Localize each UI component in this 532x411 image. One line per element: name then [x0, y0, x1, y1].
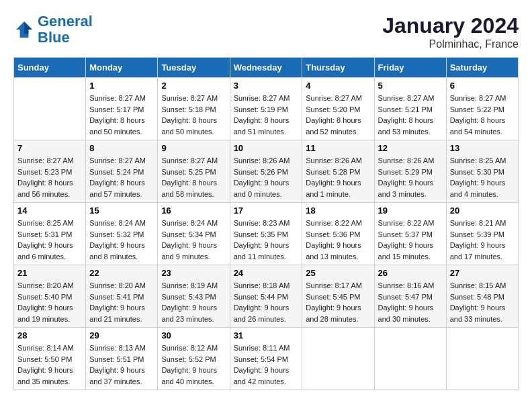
day-number: 1	[89, 81, 154, 91]
calendar-cell: 24Sunrise: 8:18 AMSunset: 5:44 PMDayligh…	[230, 265, 302, 328]
day-info: Sunrise: 8:27 AMSunset: 5:19 PMDaylight:…	[234, 93, 299, 137]
day-info: Sunrise: 8:19 AMSunset: 5:43 PMDaylight:…	[161, 280, 226, 324]
day-number: 20	[450, 205, 515, 216]
logo-line2: Blue	[38, 29, 70, 46]
title-block: January 2024 Polminhac, France	[382, 13, 519, 50]
weekday-header-wednesday: Wednesday	[230, 58, 302, 78]
weekday-header-thursday: Thursday	[302, 58, 374, 78]
calendar-cell: 6Sunrise: 8:27 AMSunset: 5:22 PMDaylight…	[446, 78, 518, 140]
day-info: Sunrise: 8:27 AMSunset: 5:24 PMDaylight:…	[89, 155, 154, 199]
day-number: 18	[306, 205, 370, 216]
day-info: Sunrise: 8:12 AMSunset: 5:52 PMDaylight:…	[161, 342, 226, 387]
day-number: 28	[17, 330, 82, 340]
day-info: Sunrise: 8:20 AMSunset: 5:41 PMDaylight:…	[89, 280, 154, 324]
day-number: 17	[234, 205, 299, 216]
calendar-cell: 13Sunrise: 8:25 AMSunset: 5:30 PMDayligh…	[446, 140, 518, 203]
day-number: 25	[306, 268, 370, 278]
calendar-week-3: 14Sunrise: 8:25 AMSunset: 5:31 PMDayligh…	[14, 203, 519, 265]
day-number: 5	[378, 81, 443, 91]
calendar-cell: 7Sunrise: 8:27 AMSunset: 5:23 PMDaylight…	[14, 140, 86, 203]
day-number: 29	[89, 330, 154, 340]
calendar-cell: 20Sunrise: 8:21 AMSunset: 5:39 PMDayligh…	[446, 203, 518, 265]
calendar-cell: 9Sunrise: 8:27 AMSunset: 5:25 PMDaylight…	[158, 140, 230, 203]
weekday-header-monday: Monday	[86, 58, 158, 78]
calendar-cell: 5Sunrise: 8:27 AMSunset: 5:21 PMDaylight…	[374, 78, 446, 140]
day-number: 2	[161, 81, 226, 91]
day-info: Sunrise: 8:14 AMSunset: 5:50 PMDaylight:…	[17, 342, 82, 387]
calendar-cell	[14, 78, 86, 140]
calendar-cell: 15Sunrise: 8:24 AMSunset: 5:32 PMDayligh…	[86, 203, 158, 265]
calendar-cell: 25Sunrise: 8:17 AMSunset: 5:45 PMDayligh…	[302, 265, 374, 328]
day-number: 4	[306, 81, 370, 91]
calendar-week-5: 28Sunrise: 8:14 AMSunset: 5:50 PMDayligh…	[14, 328, 519, 390]
day-number: 15	[89, 205, 154, 216]
day-info: Sunrise: 8:26 AMSunset: 5:29 PMDaylight:…	[378, 155, 443, 199]
calendar-cell: 8Sunrise: 8:27 AMSunset: 5:24 PMDaylight…	[86, 140, 158, 203]
calendar-cell	[374, 328, 446, 390]
day-number: 22	[89, 268, 154, 278]
day-info: Sunrise: 8:17 AMSunset: 5:45 PMDaylight:…	[306, 280, 370, 324]
day-info: Sunrise: 8:22 AMSunset: 5:37 PMDaylight:…	[378, 218, 443, 262]
day-info: Sunrise: 8:27 AMSunset: 5:20 PMDaylight:…	[306, 93, 370, 137]
calendar-cell: 28Sunrise: 8:14 AMSunset: 5:50 PMDayligh…	[14, 328, 86, 390]
calendar-cell: 30Sunrise: 8:12 AMSunset: 5:52 PMDayligh…	[158, 328, 230, 390]
day-info: Sunrise: 8:15 AMSunset: 5:48 PMDaylight:…	[450, 280, 515, 324]
day-number: 9	[161, 143, 226, 153]
calendar-cell: 1Sunrise: 8:27 AMSunset: 5:17 PMDaylight…	[86, 78, 158, 140]
day-number: 26	[378, 268, 443, 278]
day-info: Sunrise: 8:25 AMSunset: 5:30 PMDaylight:…	[450, 155, 515, 199]
calendar-cell: 31Sunrise: 8:11 AMSunset: 5:54 PMDayligh…	[230, 328, 302, 390]
day-info: Sunrise: 8:23 AMSunset: 5:35 PMDaylight:…	[234, 218, 299, 262]
calendar-cell: 29Sunrise: 8:13 AMSunset: 5:51 PMDayligh…	[86, 328, 158, 390]
day-number: 30	[161, 330, 226, 340]
day-info: Sunrise: 8:16 AMSunset: 5:47 PMDaylight:…	[378, 280, 443, 324]
day-info: Sunrise: 8:11 AMSunset: 5:54 PMDaylight:…	[234, 342, 299, 387]
day-number: 21	[17, 268, 82, 278]
weekday-header-friday: Friday	[374, 58, 446, 78]
day-number: 12	[378, 143, 443, 153]
day-number: 23	[161, 268, 226, 278]
calendar-cell: 11Sunrise: 8:26 AMSunset: 5:28 PMDayligh…	[302, 140, 374, 203]
calendar-cell: 18Sunrise: 8:22 AMSunset: 5:36 PMDayligh…	[302, 203, 374, 265]
weekday-header-saturday: Saturday	[446, 58, 518, 78]
day-number: 19	[378, 205, 443, 216]
calendar-cell: 19Sunrise: 8:22 AMSunset: 5:37 PMDayligh…	[374, 203, 446, 265]
calendar-cell: 22Sunrise: 8:20 AMSunset: 5:41 PMDayligh…	[86, 265, 158, 328]
day-info: Sunrise: 8:22 AMSunset: 5:36 PMDaylight:…	[306, 218, 370, 262]
svg-marker-1	[24, 21, 32, 34]
day-info: Sunrise: 8:20 AMSunset: 5:40 PMDaylight:…	[17, 280, 82, 324]
calendar-body: 1Sunrise: 8:27 AMSunset: 5:17 PMDaylight…	[14, 78, 519, 390]
calendar-cell: 16Sunrise: 8:24 AMSunset: 5:34 PMDayligh…	[158, 203, 230, 265]
day-number: 6	[450, 81, 515, 91]
logo-line1: General	[38, 13, 93, 30]
calendar-week-1: 1Sunrise: 8:27 AMSunset: 5:17 PMDaylight…	[14, 78, 519, 140]
day-number: 13	[450, 143, 515, 153]
day-info: Sunrise: 8:27 AMSunset: 5:17 PMDaylight:…	[89, 93, 154, 137]
calendar-cell	[446, 328, 518, 390]
day-info: Sunrise: 8:26 AMSunset: 5:26 PMDaylight:…	[234, 155, 299, 199]
day-number: 10	[234, 143, 299, 153]
calendar-cell: 21Sunrise: 8:20 AMSunset: 5:40 PMDayligh…	[14, 265, 86, 328]
day-number: 3	[234, 81, 299, 91]
calendar-cell: 4Sunrise: 8:27 AMSunset: 5:20 PMDaylight…	[302, 78, 374, 140]
calendar-week-4: 21Sunrise: 8:20 AMSunset: 5:40 PMDayligh…	[14, 265, 519, 328]
logo-text: General Blue	[38, 13, 93, 46]
day-info: Sunrise: 8:27 AMSunset: 5:25 PMDaylight:…	[161, 155, 226, 199]
calendar-cell: 26Sunrise: 8:16 AMSunset: 5:47 PMDayligh…	[374, 265, 446, 328]
day-info: Sunrise: 8:25 AMSunset: 5:31 PMDaylight:…	[17, 218, 82, 262]
day-number: 31	[234, 330, 299, 340]
day-info: Sunrise: 8:26 AMSunset: 5:28 PMDaylight:…	[306, 155, 370, 199]
weekday-header-sunday: Sunday	[14, 58, 86, 78]
calendar-cell: 14Sunrise: 8:25 AMSunset: 5:31 PMDayligh…	[14, 203, 86, 265]
logo: General Blue	[13, 13, 93, 46]
calendar-cell: 3Sunrise: 8:27 AMSunset: 5:19 PMDaylight…	[230, 78, 302, 140]
logo-icon	[13, 19, 35, 40]
calendar-cell: 17Sunrise: 8:23 AMSunset: 5:35 PMDayligh…	[230, 203, 302, 265]
calendar-cell: 10Sunrise: 8:26 AMSunset: 5:26 PMDayligh…	[230, 140, 302, 203]
calendar-week-2: 7Sunrise: 8:27 AMSunset: 5:23 PMDaylight…	[14, 140, 519, 203]
calendar-header: SundayMondayTuesdayWednesdayThursdayFrid…	[14, 58, 519, 78]
day-info: Sunrise: 8:24 AMSunset: 5:34 PMDaylight:…	[161, 218, 226, 262]
day-info: Sunrise: 8:21 AMSunset: 5:39 PMDaylight:…	[450, 218, 515, 262]
day-number: 7	[17, 143, 82, 153]
day-number: 14	[17, 205, 82, 216]
